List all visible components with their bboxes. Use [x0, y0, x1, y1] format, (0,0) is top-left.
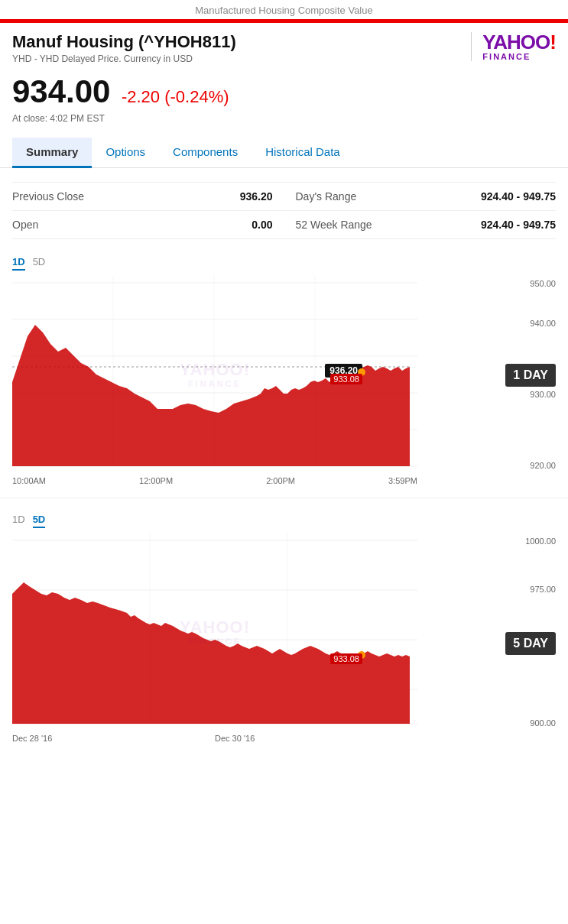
x5d-label-dec28: Dec 28 '16	[12, 734, 52, 743]
header-section: Manuf Housing (^YHOH811) YHD - YHD Delay…	[0, 23, 568, 70]
chart-5d-section: 1D 5D YAHOO! FINANCE 9	[0, 504, 568, 743]
yahoo-logo-text: YAHOO!	[482, 32, 556, 52]
range-tab-5d[interactable]: 5D	[33, 512, 46, 528]
chart-divider	[0, 498, 568, 498]
tab-options[interactable]: Options	[92, 138, 159, 168]
range-tab-1d[interactable]: 1D	[12, 255, 25, 271]
chart-1d-price-below: 933.08	[330, 374, 362, 384]
y-label-4: 930.00	[506, 390, 556, 399]
y5d-label-1: 1000.00	[506, 537, 556, 546]
y-label-2: 940.00	[506, 319, 556, 328]
exchange-info: YHD - YHD Delayed Price. Currency in USD	[12, 53, 236, 64]
tab-summary[interactable]: Summary	[12, 138, 92, 168]
stat-label-prev-close: Previous Close	[12, 190, 142, 203]
x-label-2pm: 2:00PM	[266, 476, 295, 485]
x-label-10am: 10:00AM	[12, 476, 46, 485]
stat-value-52wk-range: 924.40 - 949.75	[426, 219, 556, 231]
chart-5d-svg	[12, 533, 417, 731]
stat-label-days-range: Day's Range	[296, 190, 426, 203]
y-label-1: 950.00	[506, 279, 556, 288]
range-tab-5d-top[interactable]: 5D	[33, 255, 46, 271]
x-label-359pm: 3:59PM	[388, 476, 417, 485]
stats-section: Previous Close 936.20 Day's Range 924.40…	[0, 168, 568, 247]
range-tab-1d-bottom[interactable]: 1D	[12, 512, 25, 528]
stock-name: Manuf Housing (^YHOH811)	[12, 32, 236, 52]
chart-1d-badge: 1 DAY	[505, 364, 556, 387]
chart-1d-x-labels: 10:00AM 12:00PM 2:00PM 3:59PM	[12, 474, 417, 485]
chart-1d-svg-container: YAHOO! FINANCE 936.20	[12, 275, 417, 474]
chart-5d-range-tabs: 1D 5D	[12, 512, 556, 528]
tab-historical-data[interactable]: Historical Data	[252, 138, 354, 168]
stock-info: Manuf Housing (^YHOH811) YHD - YHD Delay…	[12, 32, 236, 64]
chart-1d-section: 1D 5D YAHOO! FINANCE	[0, 247, 568, 485]
chart-5d-svg-container: YAHOO! FINANCE 933.08	[12, 533, 417, 731]
top-label: Manufactured Housing Composite Value	[0, 0, 568, 19]
chart-1d-outer: YAHOO! FINANCE 936.20	[12, 275, 556, 474]
tab-components[interactable]: Components	[159, 138, 252, 168]
stat-value-prev-close: 936.20	[142, 190, 295, 203]
y5d-label-5: 900.00	[506, 718, 556, 728]
price-change: -2.20 (-0.24%)	[122, 87, 229, 106]
stats-row-1: Previous Close 936.20 Day's Range 924.40…	[12, 182, 556, 211]
chart-5d-x-labels: Dec 28 '16 Dec 30 '16	[12, 731, 417, 743]
stats-row-2: Open 0.00 52 Week Range 924.40 - 949.75	[12, 211, 556, 239]
y5d-label-2: 975.00	[506, 585, 556, 594]
yahoo-finance-sub: FINANCE	[482, 52, 531, 61]
close-time: At close: 4:02 PM EST	[12, 113, 556, 124]
yahoo-logo: YAHOO! FINANCE	[471, 32, 556, 61]
chart-5d-badge: 5 DAY	[505, 632, 556, 655]
price-section: 934.00 -2.20 (-0.24%) At close: 4:02 PM …	[0, 70, 568, 130]
stat-value-days-range: 924.40 - 949.75	[426, 190, 556, 203]
tabs-container: Summary Options Components Historical Da…	[0, 138, 568, 168]
stat-label-open: Open	[12, 219, 142, 231]
chart-5d-outer: YAHOO! FINANCE 933.08 1000.00	[12, 533, 556, 731]
stat-value-open: 0.00	[142, 219, 295, 231]
x-label-12pm: 12:00PM	[139, 476, 173, 485]
stat-label-52wk-range: 52 Week Range	[296, 219, 426, 231]
svg-marker-10	[12, 325, 410, 466]
x5d-label-dec30: Dec 30 '16	[215, 734, 255, 743]
chart-1d-range-tabs: 1D 5D	[12, 255, 556, 271]
price-main: 934.00	[12, 73, 110, 109]
chart-5d-price-below: 933.08	[330, 653, 362, 664]
y-label-6: 920.00	[506, 461, 556, 470]
